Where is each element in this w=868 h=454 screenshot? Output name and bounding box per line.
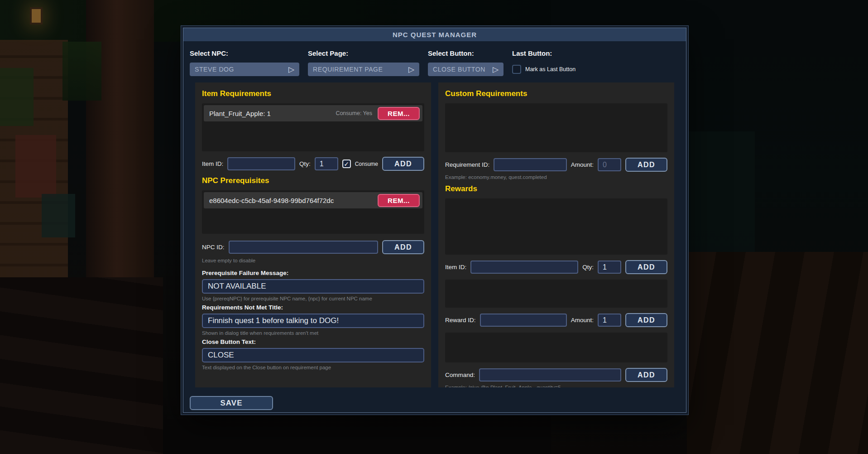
close-button-text-label: Close Button Text: — [202, 338, 424, 345]
close-button-text-hint: Text displayed on the Close button on re… — [202, 365, 424, 370]
command-hint: Example: /give @p Plant_Fruit_Apple --qu… — [445, 385, 667, 387]
dropdown-arrow-icon: ▷ — [493, 66, 499, 73]
not-met-title-hint: Shown in dialog title when requirements … — [202, 330, 424, 336]
add-prerequisite-row: NPC ID: ADD — [202, 240, 424, 254]
amount-label: Amount: — [571, 161, 594, 168]
left-panel: Item Requirements Plant_Fruit_Apple: 1 C… — [195, 82, 431, 387]
dialog-title: NPC QUEST MANAGER — [183, 28, 686, 41]
dropdown-arrow-icon: ▷ — [408, 66, 414, 73]
remove-item-requirement-button[interactable]: REM... — [378, 107, 420, 120]
requirement-id-label: Requirement ID: — [445, 161, 489, 168]
consume-label: Consume — [355, 161, 378, 167]
check-icon: ✓ — [344, 160, 349, 168]
npc-prerequisite-row: e8604edc-c5cb-45af-9498-99bd764f72dc REM… — [204, 192, 422, 208]
npc-id-hint: Leave empty to disable — [202, 258, 424, 263]
add-item-requirement-row: Item ID: Qty: ✓ Consume ADD — [202, 157, 424, 171]
add-item-requirement-button[interactable]: ADD — [382, 157, 424, 171]
dropdown-arrow-icon: ▷ — [288, 66, 294, 73]
reward-item-id-label: Item ID: — [445, 264, 466, 270]
save-button[interactable]: SAVE — [190, 396, 273, 410]
consume-checkbox[interactable]: ✓ — [342, 159, 351, 168]
npc-prerequisites-list: e8604edc-c5cb-45af-9498-99bd764f72dc REM… — [202, 190, 424, 234]
item-id-label: Item ID: — [202, 160, 223, 167]
not-met-title-label: Requirements Not Met Title: — [202, 304, 424, 311]
command-input[interactable] — [479, 368, 621, 382]
reward-item-id-input[interactable] — [470, 261, 578, 274]
page-select-group: Select Page: REQUIREMENT PAGE ▷ — [308, 47, 419, 76]
rewards-title: Rewards — [445, 184, 667, 193]
button-select-group: Select Button: CLOSE BUTTON ▷ — [428, 47, 504, 76]
page-select-value: REQUIREMENT PAGE — [313, 66, 408, 73]
item-requirement-meta: Consume: Yes — [336, 110, 372, 116]
mark-last-button-text: Mark as Last Button — [525, 66, 575, 72]
npc-quest-manager-dialog: NPC QUEST MANAGER Select NPC: STEVE DOG … — [183, 28, 686, 413]
last-button-label: Last Button: — [512, 49, 575, 57]
last-button-group: Last Button: Mark as Last Button — [512, 47, 575, 76]
item-qty-input[interactable] — [315, 157, 338, 170]
npc-select-value: STEVE DOG — [195, 66, 288, 73]
right-panel: Custom Requirements Requirement ID: Amou… — [438, 82, 674, 387]
reward-amount-input[interactable] — [598, 314, 621, 327]
failure-message-label: Prerequisite Failure Message: — [202, 270, 424, 276]
item-requirements-title: Item Requirements — [202, 89, 424, 98]
button-select[interactable]: CLOSE BUTTON ▷ — [428, 63, 504, 76]
npc-select[interactable]: STEVE DOG ▷ — [190, 63, 299, 76]
button-select-value: CLOSE BUTTON — [433, 66, 493, 73]
item-requirement-row: Plant_Fruit_Apple: 1 Consume: Yes REM... — [204, 105, 422, 121]
not-met-title-input[interactable] — [202, 314, 424, 328]
add-command-row: Command: ADD — [445, 368, 667, 382]
reward-qty-input[interactable] — [598, 261, 621, 274]
npc-select-group: Select NPC: STEVE DOG ▷ — [190, 47, 299, 76]
reward-ids-list — [445, 280, 667, 308]
npc-prerequisites-title: NPC Prerequisites — [202, 176, 424, 185]
command-label: Command: — [445, 372, 475, 378]
qty-label: Qty: — [299, 160, 311, 167]
reward-commands-list — [445, 333, 667, 362]
requirement-amount-input[interactable] — [598, 158, 621, 171]
reward-id-input[interactable] — [480, 314, 567, 327]
npc-prerequisite-id: e8604edc-c5cb-45af-9498-99bd764f72dc — [209, 197, 372, 204]
reward-items-list — [445, 198, 667, 255]
save-row: SAVE — [190, 396, 680, 410]
add-reward-id-button[interactable]: ADD — [625, 313, 667, 327]
page-select-label: Select Page: — [308, 49, 419, 57]
reward-amount-label: Amount: — [571, 317, 594, 324]
remove-prerequisite-button[interactable]: REM... — [378, 194, 420, 207]
custom-requirements-title: Custom Requirements — [445, 89, 667, 98]
top-controls-row: Select NPC: STEVE DOG ▷ Select Page: REQ… — [190, 47, 680, 76]
item-requirements-list: Plant_Fruit_Apple: 1 Consume: Yes REM... — [202, 103, 424, 151]
requirement-id-input[interactable] — [494, 158, 566, 171]
add-reward-item-row: Item ID: Qty: ADD — [445, 260, 667, 274]
custom-requirements-hint: Example: economy.money, quest.completed — [445, 174, 667, 180]
failure-message-input[interactable] — [202, 279, 424, 294]
add-reward-id-row: Reward ID: Amount: ADD — [445, 313, 667, 327]
mark-last-button-checkbox[interactable] — [512, 65, 521, 74]
add-custom-requirement-row: Requirement ID: Amount: ADD — [445, 158, 667, 172]
dialog-body: Select NPC: STEVE DOG ▷ Select Page: REQ… — [183, 41, 686, 413]
reward-qty-label: Qty: — [582, 264, 594, 270]
button-select-label: Select Button: — [428, 49, 504, 57]
close-button-text-input[interactable] — [202, 348, 424, 362]
add-custom-requirement-button[interactable]: ADD — [625, 158, 667, 172]
failure-message-hint: Use {prereqNPC} for prerequisite NPC nam… — [202, 296, 424, 301]
content-columns: Item Requirements Plant_Fruit_Apple: 1 C… — [195, 82, 674, 387]
add-reward-item-button[interactable]: ADD — [625, 260, 667, 274]
npc-select-label: Select NPC: — [190, 49, 299, 57]
page-select[interactable]: REQUIREMENT PAGE ▷ — [308, 63, 419, 76]
add-command-button[interactable]: ADD — [625, 368, 667, 382]
npc-id-label: NPC ID: — [202, 244, 225, 251]
add-prerequisite-button[interactable]: ADD — [382, 240, 424, 254]
item-id-input[interactable] — [227, 157, 295, 170]
reward-id-label: Reward ID: — [445, 317, 476, 324]
npc-id-input[interactable] — [229, 241, 378, 254]
item-requirement-name: Plant_Fruit_Apple: 1 — [209, 110, 330, 117]
custom-requirements-list — [445, 103, 667, 152]
